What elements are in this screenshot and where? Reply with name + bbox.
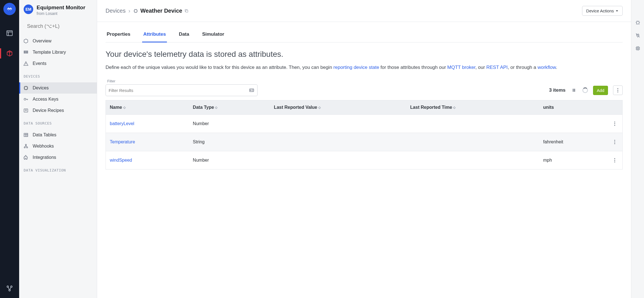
filter-input-wrapper[interactable] (106, 84, 258, 96)
col-last-time[interactable]: Last Reported Time◇ (406, 100, 539, 115)
svg-point-13 (25, 144, 26, 145)
sidebar-search[interactable] (19, 19, 97, 34)
link-rest-api[interactable]: REST API (486, 65, 508, 70)
svg-rect-10 (24, 133, 28, 137)
svg-rect-18 (573, 89, 574, 92)
breadcrumb-current: Weather Device (133, 8, 189, 14)
svg-point-2 (11, 286, 12, 287)
sidebar-item-label: Access Keys (33, 97, 59, 102)
tab-simulator[interactable]: Simulator (201, 28, 225, 42)
sidebar-item-device-recipes[interactable]: Device Recipes (19, 105, 97, 116)
attribute-link[interactable]: Temperature (110, 139, 135, 144)
puzzle-icon (23, 155, 29, 160)
pause-button[interactable] (571, 87, 577, 94)
svg-rect-14 (134, 10, 137, 12)
svg-point-8 (24, 98, 26, 100)
sidebar-item-integrations[interactable]: Integrations (19, 152, 97, 163)
svg-point-26 (614, 140, 615, 141)
col-name[interactable]: Name◇ (106, 100, 189, 115)
rail-dashboard-icon[interactable] (0, 26, 19, 40)
sidebar-item-data-tables[interactable]: Data Tables (19, 129, 97, 141)
app-title: Equipment Monitor (37, 4, 85, 11)
nav-heading-data-sources: DATA SOURCES (19, 117, 97, 128)
main: Devices › Weather Device Device Actions … (97, 0, 631, 298)
col-actions (609, 100, 623, 115)
row-more-button[interactable] (613, 157, 616, 164)
tabs: Properties Attributes Data Simulator (106, 28, 623, 42)
svg-rect-15 (186, 10, 188, 12)
sidebar-header: EM Equipment Monitor from Losant (19, 0, 97, 19)
bug-icon[interactable] (635, 20, 641, 25)
topbar: Devices › Weather Device Device Actions (97, 0, 631, 22)
sort-icon: ◇ (215, 106, 217, 109)
svg-point-22 (617, 92, 618, 92)
col-units[interactable]: units (539, 100, 609, 115)
svg-rect-5 (24, 51, 28, 52)
cell-name: batteryLevel (106, 115, 189, 133)
chip-icon (23, 85, 29, 91)
cell-data-type: Number (189, 151, 270, 170)
table-row: TemperatureStringfahrenheit (106, 133, 623, 151)
sidebar-item-template-library[interactable]: Template Library (19, 47, 97, 58)
sidebar-item-devices[interactable]: Devices (19, 82, 97, 94)
cell-units (539, 115, 609, 133)
sort-icon: ◇ (318, 106, 321, 109)
svg-rect-7 (24, 87, 27, 89)
svg-point-28 (614, 143, 615, 144)
breadcrumb-parent[interactable]: Devices (106, 8, 126, 14)
tab-attributes[interactable]: Attributes (142, 28, 167, 42)
utility-rail (631, 0, 644, 298)
rail-applications-icon[interactable] (0, 46, 19, 61)
svg-point-34 (637, 48, 638, 49)
app-subtitle: from Losant (37, 11, 85, 16)
svg-point-21 (617, 90, 618, 91)
col-data-type[interactable]: Data Type◇ (189, 100, 270, 115)
sidebar-item-access-keys[interactable]: Access Keys (19, 94, 97, 105)
device-actions-label: Device Actions (586, 8, 614, 13)
cell-name: windSpeed (106, 151, 189, 170)
filter-input[interactable] (109, 88, 249, 93)
svg-rect-9 (24, 109, 28, 112)
sidebar-item-overview[interactable]: Overview (19, 35, 97, 47)
tab-properties[interactable]: Properties (106, 28, 131, 42)
nav-heading-data-viz: DATA VISUALIZATION (19, 164, 97, 175)
svg-point-25 (614, 125, 615, 126)
card-icon[interactable] (249, 87, 254, 93)
plug-off-icon[interactable] (635, 33, 641, 38)
sidebar-item-events[interactable]: Events (19, 58, 97, 69)
sidebar-item-label: Device Recipes (33, 108, 64, 113)
cube-icon (23, 38, 29, 44)
content: Properties Attributes Data Simulator You… (97, 22, 631, 298)
copy-icon[interactable] (184, 9, 189, 13)
filter-row: 3 items Add (106, 84, 623, 96)
svg-rect-6 (24, 52, 28, 53)
loading-spinner-icon (582, 87, 588, 93)
breadcrumb-sep: › (128, 8, 130, 14)
rail-workflow-icon[interactable] (0, 281, 19, 296)
link-workflow[interactable]: workflow (538, 65, 556, 70)
add-button[interactable]: Add (593, 86, 608, 95)
logo-icon[interactable] (3, 3, 16, 15)
row-more-button[interactable] (613, 120, 616, 127)
page-title: Your device's telemetry data is stored a… (106, 50, 623, 59)
sidebar-item-webhooks[interactable]: Webhooks (19, 141, 97, 152)
cell-actions (609, 151, 623, 170)
sidebar-item-label: Devices (33, 85, 49, 91)
search-input[interactable] (27, 23, 92, 29)
row-more-button[interactable] (613, 139, 616, 145)
sidebar-item-label: Overview (33, 39, 52, 44)
gear-chip-icon[interactable] (635, 46, 641, 51)
col-last-value[interactable]: Last Reported Value◇ (270, 100, 406, 115)
tab-data[interactable]: Data (178, 28, 190, 42)
more-vertical-icon (614, 140, 615, 144)
link-reporting-device-state[interactable]: reporting device state (334, 65, 379, 70)
attribute-link[interactable]: batteryLevel (110, 121, 134, 126)
attribute-link[interactable]: windSpeed (110, 158, 132, 162)
more-vertical-icon (614, 158, 615, 162)
search-icon (24, 23, 24, 29)
more-button[interactable] (613, 85, 623, 95)
link-mqtt-broker[interactable]: MQTT broker (447, 65, 475, 70)
device-actions-button[interactable]: Device Actions (582, 6, 623, 16)
library-icon (23, 49, 29, 55)
nav-heading-devices: DEVICES (19, 70, 97, 81)
